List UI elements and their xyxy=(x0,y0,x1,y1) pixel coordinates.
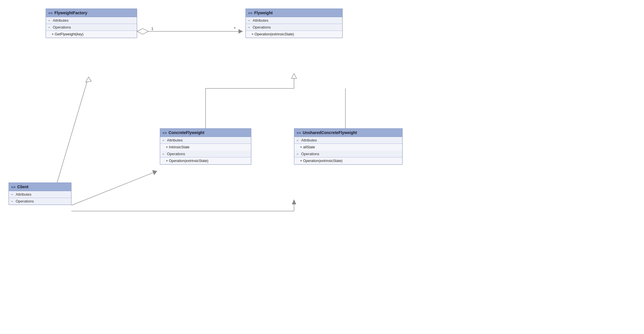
flyweight-factory-attributes-label: Attributes xyxy=(53,18,69,23)
concrete-flyweight-attr-1: + IntrinsicState xyxy=(166,145,249,150)
svg-marker-7 xyxy=(86,77,91,82)
concrete-flyweight-ops-minus-icon: − xyxy=(162,152,166,156)
concrete-flyweight-operations-body: + Operation(extrinsicState) xyxy=(160,157,251,164)
client-attributes-label: Attributes xyxy=(16,192,31,197)
unshared-ops-minus-icon: − xyxy=(297,152,300,156)
client-chevron-icon: «» xyxy=(11,185,16,189)
concrete-flyweight-attr-minus-icon: − xyxy=(162,139,166,142)
unshared-attr-minus-icon: − xyxy=(297,139,300,142)
diagram-canvas: 1 * «» FlyweightFactory xyxy=(0,0,644,334)
concrete-flyweight-operations-label: Operations xyxy=(167,152,185,156)
concrete-flyweight-chevron-icon: «» xyxy=(162,130,167,135)
flyweight-operations-header: − Operations xyxy=(248,25,340,29)
svg-marker-9 xyxy=(152,170,157,175)
flyweight-attributes-header: − Attributes xyxy=(248,18,340,23)
unshared-chevron-icon: «» xyxy=(297,130,301,135)
flyweight-factory-header: «» FlyweightFactory xyxy=(46,9,137,17)
flyweight-factory-class: «» FlyweightFactory − Attributes − Opera… xyxy=(46,9,137,38)
unshared-concrete-flyweight-header: «» UnsharedConcreteFlyweight xyxy=(294,129,402,137)
flyweight-factory-operations-body: + GetFlyweight(key) xyxy=(46,31,137,38)
client-title: Client xyxy=(17,185,29,189)
flyweight-ops-minus-icon: − xyxy=(248,26,251,29)
flyweight-factory-operations-header: − Operations xyxy=(48,25,134,29)
flyweight-factory-attributes-section: − Attributes xyxy=(46,17,137,24)
client-attr-minus-icon: − xyxy=(11,193,15,196)
flyweight-operations-label: Operations xyxy=(253,25,271,29)
flyweight-factory-operations-section: − Operations xyxy=(46,24,137,31)
client-operations-label: Operations xyxy=(16,199,34,203)
flyweight-operations-body: + Operation(extrinsicState) xyxy=(246,31,342,38)
unshared-operations-header: − Operations xyxy=(297,152,400,156)
svg-line-6 xyxy=(57,77,88,183)
unshared-operations-section: − Operations xyxy=(294,151,402,157)
client-class: «» Client − Attributes − Operations xyxy=(9,183,71,205)
client-operations-header: − Operations xyxy=(11,199,69,203)
concrete-flyweight-title: ConcreteFlyweight xyxy=(169,130,204,135)
flyweight-attributes-section: − Attributes xyxy=(246,17,342,24)
client-ops-minus-icon: − xyxy=(11,200,15,203)
unshared-attributes-label: Attributes xyxy=(301,138,317,142)
flyweight-title: Flyweight xyxy=(254,11,273,15)
connections-svg: 1 * xyxy=(0,0,644,334)
flyweight-factory-ops-minus-icon: − xyxy=(48,26,52,29)
svg-text:1: 1 xyxy=(151,27,153,31)
concrete-flyweight-class: «» ConcreteFlyweight − Attributes + Intr… xyxy=(160,128,251,165)
unshared-operations-label: Operations xyxy=(301,152,319,156)
client-attributes-section: − Attributes xyxy=(9,191,71,198)
flyweight-header: «» Flyweight xyxy=(246,9,342,17)
client-header: «» Client xyxy=(9,183,71,191)
concrete-flyweight-attributes-body: + IntrinsicState xyxy=(160,144,251,151)
concrete-flyweight-attributes-header: − Attributes xyxy=(162,138,249,142)
svg-text:*: * xyxy=(234,26,236,31)
flyweight-factory-operations-label: Operations xyxy=(53,25,71,29)
unshared-attributes-header: − Attributes xyxy=(297,138,400,142)
concrete-flyweight-header: «» ConcreteFlyweight xyxy=(160,129,251,137)
unshared-operations-body: + Operation(extrinsicState) xyxy=(294,157,402,164)
flyweight-attr-minus-icon: − xyxy=(248,19,251,22)
concrete-flyweight-operations-header: − Operations xyxy=(162,152,249,156)
concrete-flyweight-attributes-label: Attributes xyxy=(167,138,183,142)
client-attributes-header: − Attributes xyxy=(11,192,69,197)
flyweight-factory-chevron-icon: «» xyxy=(48,11,53,15)
flyweight-factory-attr-minus-icon: − xyxy=(48,19,52,22)
concrete-flyweight-op-1: + Operation(extrinsicState) xyxy=(166,158,249,163)
concrete-flyweight-operations-section: − Operations xyxy=(160,151,251,157)
flyweight-class: «» Flyweight − Attributes − Operations +… xyxy=(245,9,343,38)
client-operations-section: − Operations xyxy=(9,198,71,205)
flyweight-factory-attributes-header: − Attributes xyxy=(48,18,134,23)
unshared-concrete-flyweight-class: «» UnsharedConcreteFlyweight − Attribute… xyxy=(294,128,402,165)
unshared-attributes-section: − Attributes xyxy=(294,137,402,144)
svg-marker-12 xyxy=(292,200,296,204)
svg-line-8 xyxy=(71,171,157,205)
flyweight-op-1: + Operation(extrinsicState) xyxy=(251,32,340,37)
unshared-attributes-body: + allState xyxy=(294,144,402,151)
flyweight-operations-section: − Operations xyxy=(246,24,342,31)
unshared-concrete-flyweight-title: UnsharedConcreteFlyweight xyxy=(303,130,357,135)
svg-marker-2 xyxy=(239,29,243,33)
svg-marker-0 xyxy=(137,29,148,34)
flyweight-chevron-icon: «» xyxy=(248,11,253,15)
concrete-flyweight-attributes-section: − Attributes xyxy=(160,137,251,144)
svg-marker-5 xyxy=(291,74,297,78)
unshared-attr-1: + allState xyxy=(300,145,400,150)
unshared-op-1: + Operation(extrinsicState) xyxy=(300,158,400,163)
flyweight-factory-title: FlyweightFactory xyxy=(55,11,87,15)
flyweight-factory-op-1: + GetFlyweight(key) xyxy=(52,32,134,37)
flyweight-attributes-label: Attributes xyxy=(253,18,268,23)
